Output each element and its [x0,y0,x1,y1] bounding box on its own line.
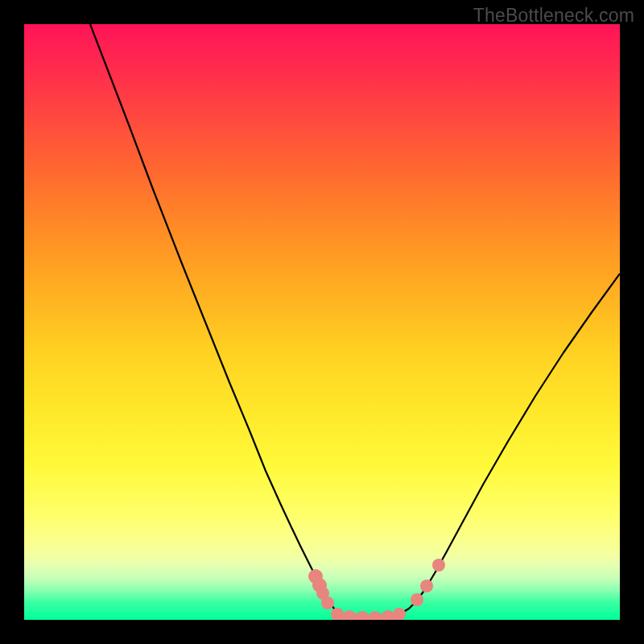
marker-point [393,608,406,620]
curve-right-branch [361,274,620,618]
chart-frame: TheBottleneck.com [0,0,644,644]
plot-area [24,24,620,620]
marker-point [342,610,357,620]
marker-point [420,580,433,592]
curve-left-branch [90,24,361,618]
chart-svg [24,24,620,620]
marker-point [368,611,382,620]
marker-point [432,559,445,572]
data-markers [308,559,445,620]
watermark-text: TheBottleneck.com [473,5,634,27]
curve-lines [90,24,620,618]
marker-point [321,597,334,609]
marker-point [411,593,423,606]
marker-point [355,611,369,620]
marker-point [331,608,344,620]
